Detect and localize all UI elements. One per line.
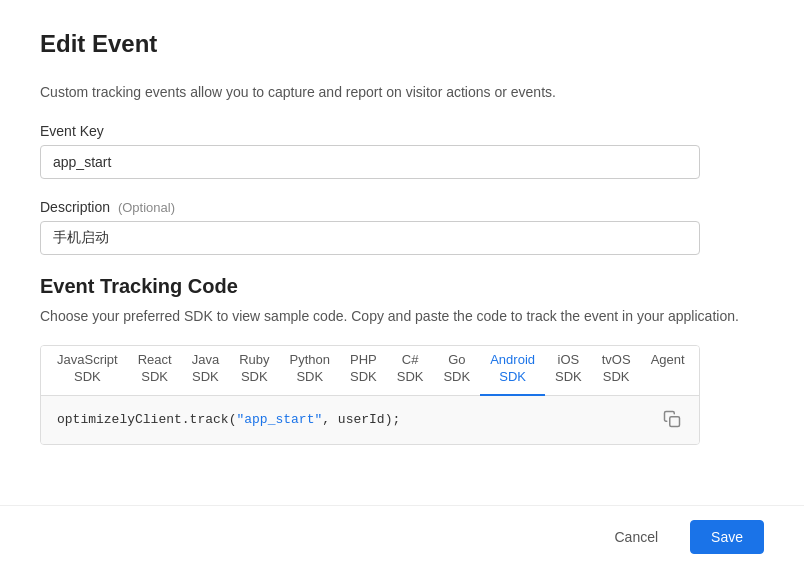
event-key-field-group: Event Key [40, 123, 764, 179]
page-description: Custom tracking events allow you to capt… [40, 82, 764, 103]
tracking-code-description: Choose your preferred SDK to view sample… [40, 306, 764, 327]
description-field-group: Description (Optional) [40, 199, 764, 255]
sdk-tab-java[interactable]: JavaSDK [182, 346, 229, 396]
cancel-button[interactable]: Cancel [594, 521, 678, 553]
sdk-tab-csharp[interactable]: C#SDK [387, 346, 434, 396]
code-prefix: optimizelyClient.track( [57, 412, 236, 427]
event-key-input[interactable] [40, 145, 700, 179]
sdk-tab-python[interactable]: PythonSDK [280, 346, 340, 396]
code-string: "app_start" [236, 412, 322, 427]
save-button[interactable]: Save [690, 520, 764, 554]
sdk-tab-ruby[interactable]: RubySDK [229, 346, 279, 396]
description-label: Description (Optional) [40, 199, 764, 215]
sdk-tab-agent[interactable]: Agent [641, 346, 695, 396]
page-title: Edit Event [40, 30, 764, 58]
event-key-label: Event Key [40, 123, 764, 139]
sdk-tab-go[interactable]: GoSDK [433, 346, 480, 396]
svg-rect-0 [670, 417, 680, 427]
sdk-tab-react[interactable]: ReactSDK [128, 346, 182, 396]
tracking-code-title: Event Tracking Code [40, 275, 764, 298]
sdk-tab-php[interactable]: PHPSDK [340, 346, 387, 396]
sdk-tabs-bar: JavaScriptSDKReactSDKJavaSDKRubySDKPytho… [41, 346, 699, 396]
sdk-tabs-container: JavaScriptSDKReactSDKJavaSDKRubySDKPytho… [40, 345, 700, 445]
sdk-tab-ios[interactable]: iOSSDK [545, 346, 592, 396]
code-text: optimizelyClient.track("app_start", user… [57, 412, 400, 427]
sdk-tab-android[interactable]: AndroidSDK [480, 346, 545, 396]
sdk-tab-javascript[interactable]: JavaScriptSDK [47, 346, 128, 396]
description-input[interactable] [40, 221, 700, 255]
code-block: optimizelyClient.track("app_start", user… [41, 396, 699, 444]
copy-icon[interactable] [663, 410, 683, 430]
code-suffix: , userId); [322, 412, 400, 427]
optional-label: (Optional) [118, 200, 175, 215]
sdk-tab-tvos[interactable]: tvOSSDK [592, 346, 641, 396]
footer-bar: Cancel Save [0, 505, 804, 568]
